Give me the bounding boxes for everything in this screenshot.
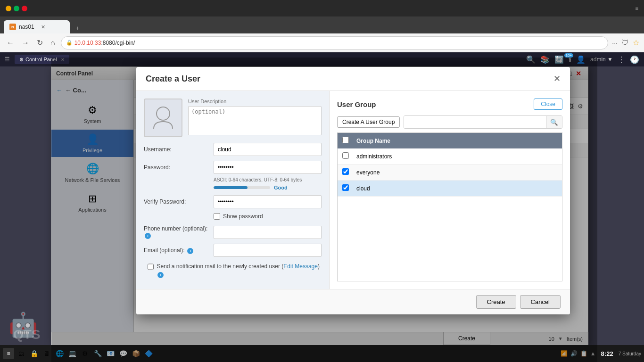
show-password-checkbox[interactable]: [214, 213, 220, 220]
taskbar-menu-icon[interactable]: ≡: [3, 348, 14, 359]
row-check-col: [342, 168, 356, 176]
cloud-checkbox[interactable]: [342, 184, 349, 191]
taskbar-files-icon[interactable]: 🗂: [16, 348, 27, 359]
taskbar-lock-icon[interactable]: 🔒: [28, 348, 40, 359]
taskbar-time: 8:22: [601, 350, 613, 357]
header-check-col: [342, 137, 356, 145]
ug-toolbar: Create A User Group 🔍: [337, 115, 562, 129]
ug-search-bar: 🔍: [404, 115, 562, 129]
verify-password-row: Verify Password:: [144, 195, 322, 208]
browser-title-bar: ≡: [0, 0, 644, 16]
avatar-section: User Description: [144, 99, 322, 137]
hamburger-icon[interactable]: ☰: [5, 56, 10, 63]
phone-input[interactable]: [214, 226, 322, 239]
email-input[interactable]: [214, 244, 322, 257]
ug-header: User Group Close: [337, 99, 562, 110]
browser-menu-icon: ≡: [636, 6, 638, 11]
table-row: administrators: [338, 148, 562, 165]
tab-bar: N nas01 ✕ +: [0, 16, 644, 33]
username-input[interactable]: [214, 143, 322, 156]
username-row: Username:: [144, 143, 322, 156]
ug-title: User Group: [337, 100, 376, 108]
strength-row: Good: [214, 185, 322, 190]
select-all-checkbox[interactable]: [342, 137, 349, 143]
user-form-pane: User Description Username:: [136, 91, 330, 289]
verify-password-label: Verify Password:: [144, 198, 210, 205]
email-label: Email (optional): i: [144, 247, 210, 254]
clock-icon[interactable]: 🕐: [630, 55, 639, 64]
cp-body: ← ← Co... ⚙ System 👤 Privilege 🌐 Network…: [51, 80, 588, 344]
nav-bar: ← → ↻ ⌂ 🔒 10.0.10.33:8080/cgi-bin/ ··· 🛡…: [0, 33, 644, 52]
edit-message-link[interactable]: Edit Message: [283, 263, 318, 270]
email-row: Email (optional): i: [144, 244, 322, 257]
administrators-name: administrators: [356, 153, 557, 160]
table-row: everyone: [338, 165, 562, 181]
modal-close-button[interactable]: ✕: [553, 74, 561, 84]
browser-tab[interactable]: N nas01 ✕: [4, 20, 70, 33]
cloud-name: cloud: [356, 185, 557, 192]
menu-icon[interactable]: ⋮: [618, 55, 625, 64]
phone-label: Phone number (optional): i: [144, 225, 210, 239]
everyone-checkbox[interactable]: [342, 168, 349, 175]
verify-password-input[interactable]: [214, 195, 322, 208]
forward-button[interactable]: →: [20, 38, 31, 48]
address-bar[interactable]: 🔒 10.0.10.33:8080/cgi-bin/: [61, 36, 609, 49]
taskbar-monitor-icon[interactable]: 🖥: [41, 348, 52, 359]
user-desc-label: User Description: [188, 99, 322, 104]
tab-close-icon[interactable]: ✕: [41, 24, 45, 30]
email-info-icon[interactable]: i: [187, 248, 193, 254]
new-tab-button[interactable]: +: [72, 22, 83, 33]
home-button[interactable]: ⌂: [49, 38, 57, 48]
administrators-checkbox[interactable]: [342, 152, 349, 159]
minimize-button[interactable]: [6, 6, 11, 11]
ug-search-button[interactable]: 🔍: [546, 116, 562, 128]
notification-badge: 10+: [564, 53, 574, 58]
taskbar-date: 7 Saturday: [619, 351, 641, 356]
cancel-button[interactable]: Cancel: [520, 295, 561, 309]
ug-search-input[interactable]: [404, 116, 546, 128]
user-description-input[interactable]: [188, 106, 322, 135]
ug-table: Group Name administrators: [337, 132, 562, 281]
notification-row: Send a notification mail to the newly cr…: [148, 263, 322, 279]
close-browser-button[interactable]: [22, 6, 27, 11]
phone-info-icon[interactable]: i: [145, 233, 151, 239]
password-input[interactable]: [214, 161, 322, 174]
notification-checkbox[interactable]: [148, 263, 154, 270]
phone-row: Phone number (optional): i: [144, 225, 322, 239]
cp-icon: ⚙: [19, 57, 24, 62]
modal-title: Create a User: [146, 74, 200, 84]
cp-main-content: 🔍 ? Action ✏ 🖼 ⚙ A admin G: [134, 80, 588, 344]
notification-info-icon[interactable]: i: [157, 272, 164, 278]
modal-body: User Description Username:: [136, 91, 570, 289]
row-check-col: [342, 152, 356, 160]
refresh-button[interactable]: ↻: [35, 37, 45, 48]
tab-favicon: N: [9, 24, 16, 30]
create-user-modal: Create a User ✕: [136, 67, 570, 314]
url-host: 10.0.10.33: [74, 40, 101, 46]
back-button[interactable]: ←: [5, 38, 16, 48]
user-group-pane: User Group Close Create A User Group 🔍: [330, 91, 570, 289]
create-user-group-button[interactable]: Create A User Group: [337, 116, 400, 128]
password-row: Password:: [144, 161, 322, 174]
table-row: cloud: [338, 181, 562, 197]
star-icon[interactable]: ☆: [633, 38, 639, 47]
window-controls: [6, 6, 27, 11]
tab-title: nas01: [19, 24, 34, 30]
description-section: User Description: [188, 99, 322, 137]
password-label: Password:: [144, 164, 210, 171]
qts-logo: QTS: [13, 327, 41, 342]
url-path: :8080/cgi-bin/: [101, 40, 135, 46]
strength-bar: [214, 186, 270, 189]
security-icon: 🔒: [66, 40, 73, 46]
show-password-row: Show password: [214, 213, 322, 220]
more-options-icon[interactable]: ···: [612, 39, 618, 47]
user-avatar-box: [144, 99, 182, 137]
group-name-header: Group Name: [356, 138, 557, 144]
password-hint-area: ASCII: 0-64 characters, UTF-8: 0-64 byte…: [214, 176, 322, 183]
notification-text: Send a notification mail to the newly cr…: [157, 263, 322, 279]
maximize-button[interactable]: [14, 6, 19, 11]
password-hint: ASCII: 0-64 characters, UTF-8: 0-64 byte…: [214, 177, 302, 182]
username-label: Username:: [144, 146, 210, 153]
create-button[interactable]: Create: [476, 295, 516, 309]
ug-close-button[interactable]: Close: [534, 99, 562, 110]
